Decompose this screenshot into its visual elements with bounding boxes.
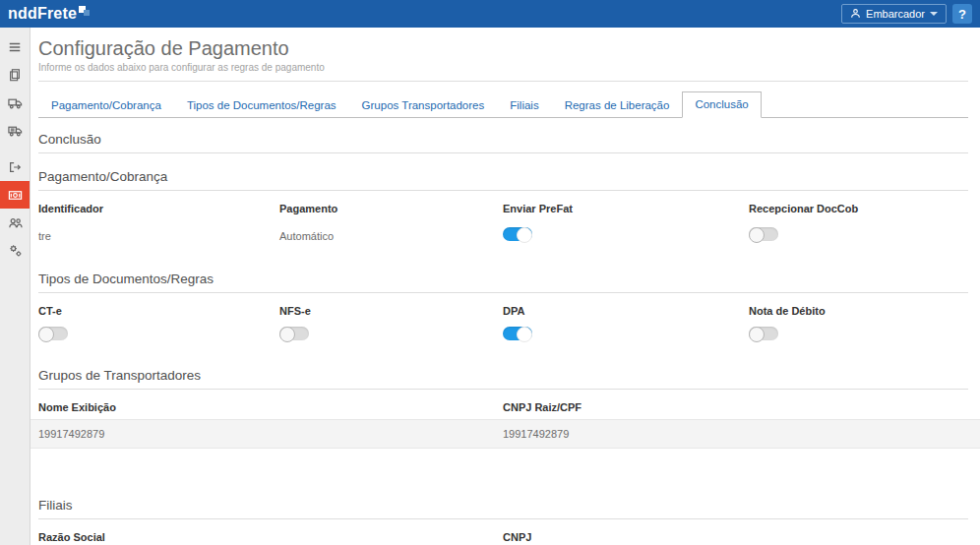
- pagamento-header-row: Identificador Pagamento Enviar PreFat Re…: [38, 197, 968, 220]
- identificador-value: tre: [38, 224, 279, 248]
- chevron-down-icon: [930, 12, 938, 16]
- export-icon[interactable]: [0, 153, 30, 181]
- divider: [38, 190, 968, 191]
- grupos-table-row: 19917492879 19917492879: [31, 419, 980, 449]
- user-menu-label: Embarcador: [866, 8, 925, 20]
- nota-debito-toggle[interactable]: [749, 327, 778, 340]
- nfse-toggle[interactable]: [279, 327, 309, 340]
- section-title-pagamento: Pagamento/Cobrança: [38, 169, 968, 184]
- payment-config-icon[interactable]: [0, 181, 30, 209]
- column-header-nota-debito: Nota de Débito: [749, 299, 968, 323]
- section-title-filiais: Filiais: [38, 498, 968, 513]
- brand-logo-icon: [79, 6, 91, 18]
- divider: [38, 518, 968, 519]
- grupo-cnpj-value: 19917492879: [503, 428, 968, 440]
- divider: [38, 152, 968, 153]
- truck-icon[interactable]: [0, 89, 30, 116]
- tab-regras-liberacao[interactable]: Regras de Liberação: [552, 92, 683, 118]
- column-header-recepcionar-doccob: Recepcionar DocCob: [749, 197, 968, 220]
- column-header-identificador: Identificador: [38, 197, 279, 220]
- divider: [38, 81, 968, 82]
- page-subtitle: Informe os dados abaixo para configurar …: [38, 62, 968, 73]
- grupo-nome-exibicao-value: 19917492879: [38, 428, 503, 440]
- enviar-prefat-toggle[interactable]: [503, 227, 532, 241]
- section-title-conclusao: Conclusão: [38, 132, 968, 147]
- column-header-nfse: NFS-e: [279, 299, 503, 323]
- section-title-grupos: Grupos de Transportadores: [38, 368, 968, 383]
- tab-pagamento-cobranca[interactable]: Pagamento/Cobrança: [38, 92, 174, 118]
- column-header-pagamento: Pagamento: [279, 197, 503, 220]
- recepcionar-doccob-toggle[interactable]: [749, 227, 778, 241]
- carrier-truck-icon[interactable]: [0, 116, 30, 144]
- tipos-header-row: CT-e NFS-e DPA Nota de Débito: [38, 299, 968, 323]
- documents-icon[interactable]: [0, 61, 30, 89]
- brand-name: nddFrete: [8, 5, 77, 23]
- users-group-icon[interactable]: [0, 209, 30, 236]
- divider: [38, 389, 968, 390]
- filiais-header-row: Razão Social CNPJ: [38, 525, 968, 545]
- pagamento-value: Automático: [279, 224, 503, 248]
- column-header-cnpj-raiz-cpf: CNPJ Raiz/CPF: [503, 395, 968, 419]
- tab-filiais[interactable]: Filiais: [497, 92, 551, 118]
- dpa-toggle[interactable]: [503, 327, 532, 340]
- column-header-dpa: DPA: [503, 299, 749, 323]
- tab-conclusao[interactable]: Conclusão: [682, 91, 761, 118]
- user-icon: [850, 8, 861, 21]
- menu-icon[interactable]: [0, 33, 30, 61]
- column-header-cte: CT-e: [38, 299, 279, 323]
- main-content: Configuração de Pagamento Informe os dad…: [31, 28, 980, 545]
- app-window: nddFrete Embarcador ?: [0, 0, 980, 545]
- column-header-cnpj: CNPJ: [503, 525, 968, 545]
- settings-gears-icon[interactable]: [0, 236, 30, 264]
- grupos-header-row: Nome Exibição CNPJ Raiz/CPF: [38, 395, 968, 419]
- tab-bar: Pagamento/Cobrança Tipos de Documentos/R…: [38, 91, 968, 118]
- column-header-nome-exibicao: Nome Exibição: [38, 395, 503, 419]
- divider: [38, 292, 968, 293]
- pagamento-data-row: tre Automático: [38, 220, 968, 256]
- tab-tipos-documentos-regras[interactable]: Tipos de Documentos/Regras: [174, 92, 349, 118]
- column-header-enviar-prefat: Enviar PreFat: [503, 197, 749, 220]
- column-header-razao-social: Razão Social: [38, 525, 503, 545]
- section-title-tipos: Tipos de Documentos/Regras: [38, 272, 968, 286]
- top-bar: nddFrete Embarcador ?: [0, 0, 980, 28]
- cte-toggle[interactable]: [38, 327, 68, 340]
- help-button[interactable]: ?: [952, 4, 972, 24]
- page-title: Configuração de Pagamento: [38, 37, 968, 60]
- topbar-actions: Embarcador ?: [841, 4, 980, 24]
- app-logo: nddFrete: [0, 5, 91, 23]
- tipos-toggles-row: [38, 323, 968, 352]
- user-menu-button[interactable]: Embarcador: [841, 4, 947, 24]
- sidebar: [0, 28, 31, 545]
- tab-grupos-transportadores[interactable]: Grupos Transportadores: [349, 92, 498, 118]
- section-spacer: [38, 449, 968, 482]
